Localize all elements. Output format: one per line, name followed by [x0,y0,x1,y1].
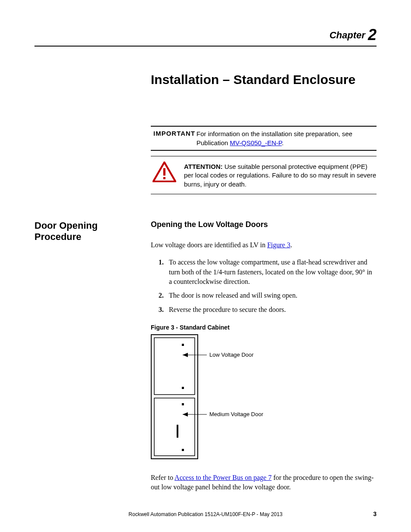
svg-rect-8 [182,403,184,405]
chapter-label: Chapter 2 [34,26,377,44]
svg-rect-10 [177,425,178,438]
figure-label-lv: Low Voltage Door [209,352,254,358]
chapter-number: 2 [368,26,377,44]
page-number: 3 [373,510,377,517]
svg-rect-1 [163,168,165,175]
figure-label-mv: Medium Voltage Door [209,411,264,417]
page-title: Installation – Standard Enclosure [151,72,377,87]
refer-paragraph: Refer to Access to the Power Bus on page… [151,473,377,492]
figure-caption: Figure 3 - Standard Cabinet [151,324,377,331]
chapter-word: Chapter [330,30,365,40]
svg-marker-14 [183,412,188,417]
list-item: To access the low voltage compartment, u… [165,258,377,286]
refer-before: Refer to [151,474,174,481]
footer-text: Rockwell Automation Publication 1512A-UM… [128,511,282,517]
svg-rect-6 [182,344,184,346]
svg-rect-5 [154,398,195,456]
rule-top [34,46,377,47]
important-link[interactable]: MV-QS050_-EN-P [230,139,282,146]
attention-label: ATTENTION: [184,163,223,170]
attention-callout: ATTENTION: Use suitable personal protect… [151,156,377,194]
section-heading: Door Opening Procedure [34,220,151,243]
svg-rect-4 [154,338,195,395]
svg-rect-3 [151,335,198,459]
list-item: Reverse the procedure to secure the door… [165,305,377,314]
list-item: The door is now released and will swing … [165,291,377,300]
svg-rect-7 [182,387,184,389]
svg-marker-12 [183,353,188,357]
warning-icon [153,162,176,184]
important-label: IMPORTANT [151,129,196,147]
sub-heading: Opening the Low Voltage Doors [151,220,377,229]
svg-rect-9 [182,449,184,451]
figure-cabinet: Low Voltage Door Medium Voltage Door [151,334,377,461]
intro-paragraph: Low voltage doors are identified as LV i… [151,240,377,250]
intro-before: Low voltage doors are identified as LV i… [151,241,267,249]
figure-ref-link[interactable]: Figure 3 [267,241,290,249]
power-bus-link[interactable]: Access to the Power Bus on page 7 [174,474,271,481]
important-text-after: . [282,139,283,146]
intro-after: . [290,241,292,249]
svg-rect-2 [163,177,165,179]
attention-text: ATTENTION: Use suitable personal protect… [184,161,377,189]
procedure-list: To access the low voltage compartment, u… [151,258,377,314]
important-text: For information on the installation site… [196,129,377,147]
page-footer: Rockwell Automation Publication 1512A-UM… [34,511,377,517]
important-callout: IMPORTANT For information on the install… [151,126,377,151]
